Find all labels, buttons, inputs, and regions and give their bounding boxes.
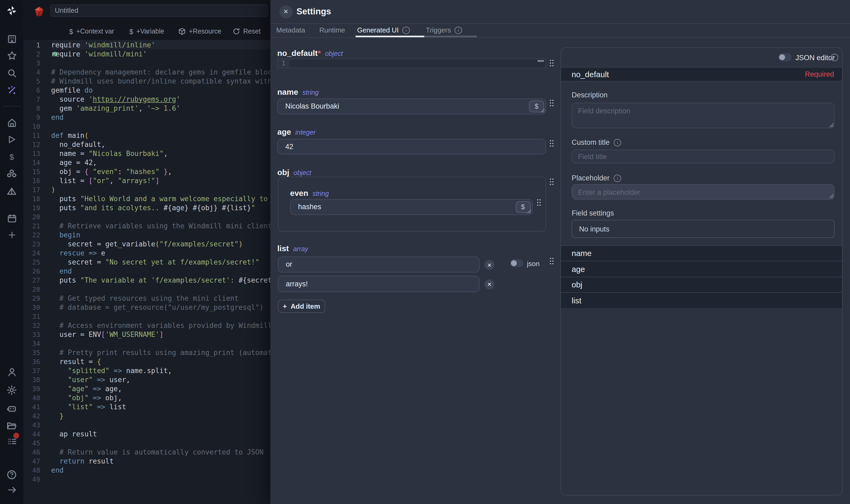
add-variable-button[interactable]: $ +Variable <box>129 23 164 40</box>
resources-cubes-icon[interactable] <box>5 168 18 180</box>
close-button[interactable]: ✕ <box>279 5 292 18</box>
code-line[interactable]: 14 age = 42, <box>23 158 270 167</box>
code-line[interactable]: 36 result = { <box>23 357 270 366</box>
code-line[interactable]: 2require 'windmill/mini' <box>23 49 270 58</box>
code-line[interactable]: 30 # database = get_resource("u/user/my_… <box>23 303 270 312</box>
variables-dollar-icon[interactable]: $ <box>5 150 18 163</box>
ai-wand-icon[interactable] <box>5 84 18 97</box>
code-line[interactable]: 10 <box>23 122 270 131</box>
user-icon[interactable] <box>5 366 18 378</box>
workspace-icon[interactable] <box>5 33 18 45</box>
drag-handle-icon[interactable] <box>549 257 554 265</box>
code-line[interactable]: 17) <box>23 185 270 194</box>
code-line[interactable]: 32 # Access environment variables provid… <box>23 321 270 330</box>
code-line[interactable]: 42 } <box>23 411 270 420</box>
add-context-var-button[interactable]: $ +Context var <box>69 23 114 40</box>
name-input[interactable]: Nicolas Bourbaki $ <box>277 98 546 114</box>
code-line[interactable]: 20 <box>23 212 270 221</box>
list-item-input[interactable]: arrays! <box>278 276 479 292</box>
favorites-star-icon[interactable] <box>5 49 18 62</box>
windmill-logo-icon[interactable] <box>5 4 18 17</box>
add-plus-icon[interactable] <box>5 228 18 241</box>
code-line[interactable]: 40 "obj" => obj, <box>23 393 270 402</box>
code-line[interactable]: 8 gem 'amazing_print', '~> 1.6' <box>23 104 270 112</box>
code-line[interactable]: 34 <box>23 339 270 348</box>
code-line[interactable]: 48end <box>23 465 270 474</box>
remove-item-button[interactable]: ✕ <box>484 260 494 270</box>
code-line[interactable]: 38 "user" => user, <box>23 375 270 384</box>
schema-key-row-selected[interactable]: no_default Required <box>561 67 842 81</box>
help-icon[interactable] <box>5 468 18 481</box>
folders-icon[interactable] <box>5 419 18 432</box>
code-line[interactable]: 29 # Get typed resources using the mini … <box>23 293 270 303</box>
code-line[interactable]: 24 rescue => e <box>23 248 270 257</box>
code-line[interactable]: 19 puts "and its acolytes.. #{age} #{obj… <box>23 203 270 212</box>
code-line[interactable]: 49 <box>23 474 270 484</box>
schema-key-row[interactable]: age <box>561 261 842 276</box>
code-line[interactable]: 35 # Pretty print results using amazing_… <box>23 348 270 357</box>
settings-gear-icon[interactable] <box>5 384 18 396</box>
schema-key-row[interactable]: list <box>561 292 842 308</box>
code-line[interactable]: 18 puts "Hello World and a warm welcome … <box>23 194 270 203</box>
add-resource-button[interactable]: +Resource <box>178 23 221 40</box>
code-line[interactable]: 9end <box>23 112 270 122</box>
code-line[interactable]: 3 <box>23 58 270 67</box>
drag-handle-icon[interactable] <box>537 198 541 206</box>
expand-arrow-icon[interactable] <box>5 483 18 496</box>
code-line[interactable]: 39 "age" => age, <box>23 384 270 393</box>
code-line[interactable]: 4# Dependency management: declare gems i… <box>23 67 270 76</box>
code-line[interactable]: 5# Windmill uses bundler/inline compatib… <box>23 76 270 86</box>
home-icon[interactable] <box>5 116 18 129</box>
code-line[interactable]: 12 no_default, <box>23 140 270 149</box>
code-line[interactable]: 26 end <box>23 266 270 275</box>
insert-variable-button[interactable]: $ <box>516 201 530 213</box>
placeholder-textarea[interactable] <box>572 184 835 200</box>
code-line[interactable]: 11def main( <box>23 131 270 140</box>
code-line[interactable]: 6gemfile do <box>23 86 270 94</box>
code-line[interactable]: 41 "list" => list <box>23 402 270 411</box>
json-editor-toggle[interactable] <box>778 53 791 61</box>
code-line[interactable]: 22 begin <box>23 230 270 239</box>
code-line[interactable]: 28 <box>23 285 270 293</box>
code-line[interactable]: 37 "splitted" => name.split, <box>23 366 270 375</box>
code-line[interactable]: 46 # Return value is automatically conve… <box>23 447 270 456</box>
drag-handle-icon[interactable] <box>549 99 554 107</box>
schedules-prism-icon[interactable] <box>5 185 18 198</box>
search-icon[interactable] <box>5 67 18 79</box>
drag-handle-icon[interactable] <box>549 59 554 67</box>
code-line[interactable]: 45 <box>23 438 270 447</box>
tab-generated-ui[interactable]: Generated UIi <box>357 23 410 37</box>
code-line[interactable]: 7 source 'https://rubygems.org' <box>23 94 270 104</box>
calendar-icon[interactable] <box>5 212 18 224</box>
even-input[interactable]: hashes $ <box>290 199 532 215</box>
insert-variable-button[interactable]: $ <box>529 101 544 112</box>
code-line[interactable]: 44 ap result <box>23 429 270 438</box>
tab-triggers[interactable]: Triggersi <box>426 23 462 37</box>
add-item-button[interactable]: + Add item <box>278 300 325 313</box>
description-textarea[interactable] <box>572 103 835 128</box>
workers-bot-icon[interactable] <box>5 402 18 415</box>
code-line[interactable]: 13 name = "Nicolas Bourbaki", <box>23 149 270 158</box>
code-line[interactable]: 16 list = ["or", "arrays!"] <box>23 176 270 185</box>
drag-handle-icon[interactable] <box>549 140 554 147</box>
code-line[interactable]: 1require 'windmill/inline' <box>23 40 270 49</box>
code-editor[interactable]: 1require 'windmill/inline'2require 'wind… <box>23 40 270 484</box>
remove-item-button[interactable]: ✕ <box>484 279 494 289</box>
list-item-input[interactable]: or <box>278 256 479 272</box>
schema-key-row[interactable]: obj <box>561 276 842 292</box>
reset-button[interactable]: Reset <box>233 23 260 40</box>
code-line[interactable]: 21 # Retrieve variables using the Windmi… <box>23 221 270 230</box>
tab-metadata[interactable]: Metadata <box>276 23 305 37</box>
drag-handle-icon[interactable] <box>549 178 554 186</box>
code-line[interactable]: 15 obj = { "even": "hashes" }, <box>23 167 270 176</box>
no-default-json-editor[interactable]: 1 <box>277 58 546 68</box>
script-title-input[interactable] <box>50 4 268 17</box>
json-mode-toggle[interactable] <box>510 259 523 267</box>
tab-runtime[interactable]: Runtime <box>319 23 345 37</box>
age-input[interactable]: 42 <box>277 139 546 154</box>
custom-title-input[interactable] <box>572 149 835 163</box>
code-line[interactable]: 33 user = ENV['WM_USERNAME'] <box>23 330 270 339</box>
runs-play-icon[interactable] <box>5 133 18 146</box>
code-line[interactable]: 43 <box>23 420 270 429</box>
code-line[interactable]: 23 secret = get_variable("f/examples/sec… <box>23 239 270 248</box>
